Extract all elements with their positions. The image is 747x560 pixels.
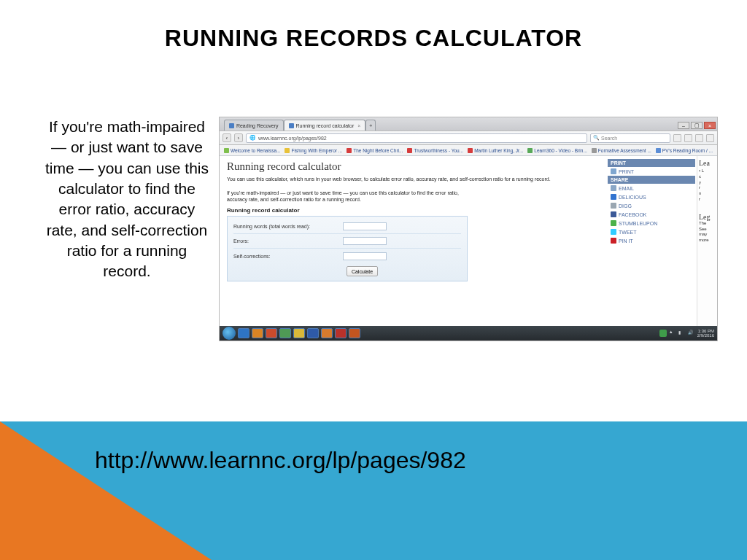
- share-icon: [611, 185, 616, 191]
- slide-title: RUNNING RECORDS CALCULATOR: [0, 0, 747, 52]
- print-label: PRINT: [619, 169, 634, 174]
- system-tray: ▲ ▮ 🔊 1:36 PM 2/9/2016: [659, 329, 714, 338]
- bookmark-favicon-icon: [347, 148, 352, 153]
- taskbar-explorer-icon[interactable]: [252, 328, 263, 338]
- calculator-heading: Running record calculator: [227, 207, 600, 214]
- share-digg-link[interactable]: DIGG: [608, 201, 695, 210]
- peek-heading: Lea: [699, 159, 716, 167]
- peek-line: The: [699, 221, 716, 227]
- bookmark-item[interactable]: PV's Reading Room / ...: [656, 148, 713, 153]
- page-heading: Running record calculator: [227, 160, 600, 173]
- share-label: FACEBOOK: [619, 212, 647, 217]
- taskbar-word-icon[interactable]: [307, 328, 319, 338]
- taskbar-powerpoint-icon[interactable]: [349, 328, 360, 338]
- bookmark-favicon-icon: [407, 148, 412, 153]
- errors-input[interactable]: [343, 237, 387, 245]
- page-paragraph: If you're math-impaired — or just want t…: [227, 190, 468, 203]
- print-link[interactable]: PRINT: [608, 167, 695, 176]
- clock-date: 2/9/2016: [697, 333, 714, 338]
- bookmarks-bar: Welcome to Renaissa...Fishing With Emper…: [220, 145, 717, 156]
- share-email-link[interactable]: EMAIL: [608, 184, 695, 192]
- bookmark-item[interactable]: Learn360 - Video - Brin...: [527, 148, 587, 153]
- peek-line: may: [699, 232, 716, 238]
- share-delicious-link[interactable]: DELICIOUS: [608, 192, 695, 201]
- back-button[interactable]: ‹: [222, 133, 231, 142]
- address-bar: ‹ › 🌐 www.learnnc.org/lp/pages/982 🔍 Sea…: [220, 131, 717, 145]
- self-corrections-input[interactable]: [343, 252, 387, 260]
- menu-icon[interactable]: [706, 134, 714, 142]
- page-intro: You can use this calculator, which runs …: [227, 176, 600, 182]
- taskbar-firefox-icon[interactable]: [321, 328, 333, 338]
- taskbar-chrome-icon[interactable]: [279, 328, 291, 338]
- new-tab-button[interactable]: +: [365, 120, 376, 131]
- bookmark-label: Fishing With Emperor ...: [291, 148, 342, 153]
- taskbar-app-icon[interactable]: [335, 328, 347, 338]
- peek-heading-2: Leg: [699, 213, 716, 221]
- bookmark-favicon-icon: [592, 148, 597, 153]
- tab-running-record[interactable]: Running record calculator ×: [284, 120, 366, 131]
- start-button[interactable]: [222, 327, 236, 340]
- peek-line: c: [699, 174, 716, 180]
- share-stumbleupon-link[interactable]: STUMBLEUPON: [608, 219, 695, 228]
- page-sidebar: PRINT PRINT SHARE EMAILDELICIOUSDIGGFACE…: [608, 156, 697, 326]
- share-label: PIN IT: [619, 238, 633, 244]
- tray-flag-icon[interactable]: ▲: [669, 330, 676, 337]
- slide-blurb: If you're math-impaired — or just want t…: [44, 117, 219, 341]
- bookmark-item[interactable]: Welcome to Renaissa...: [224, 148, 281, 153]
- tray-network-icon[interactable]: ▮: [678, 330, 686, 337]
- bookmark-favicon-icon: [656, 148, 661, 153]
- clock[interactable]: 1:36 PM 2/9/2016: [697, 329, 714, 338]
- home-icon[interactable]: [684, 134, 692, 142]
- page-content: Running record calculator You can use th…: [220, 156, 717, 326]
- bookmark-favicon-icon: [468, 148, 473, 153]
- tray-volume-icon[interactable]: 🔊: [688, 330, 695, 337]
- share-facebook-link[interactable]: FACEBOOK: [608, 210, 695, 219]
- url-text: www.learnnc.org/lp/pages/982: [258, 136, 327, 141]
- bookmark-item[interactable]: Martin Luther King, Jr...: [468, 148, 523, 153]
- downloads-icon[interactable]: [673, 134, 681, 142]
- bookmark-item[interactable]: Trustworthiness - You...: [407, 148, 463, 153]
- peek-line: r: [699, 185, 716, 191]
- search-placeholder: Search: [601, 136, 617, 141]
- share-label: DELICIOUS: [619, 195, 646, 200]
- taskbar-media-icon[interactable]: [266, 328, 277, 338]
- tab-label: Running record calculator: [296, 123, 355, 128]
- globe-icon: 🌐: [249, 135, 256, 141]
- taskbar-folder-icon[interactable]: [293, 328, 305, 338]
- peek-line: • L: [699, 168, 716, 174]
- calculate-button[interactable]: Calculate: [347, 266, 378, 276]
- favicon-icon: [289, 123, 294, 128]
- maximize-button[interactable]: ▢: [691, 122, 703, 129]
- search-input[interactable]: 🔍 Search: [590, 133, 670, 143]
- bookmark-item[interactable]: Formative Assessment ...: [592, 148, 651, 153]
- url-input[interactable]: 🌐 www.learnnc.org/lp/pages/982: [246, 133, 587, 143]
- tab-reading-recovery[interactable]: Reading Recovery: [224, 120, 284, 131]
- share-label: EMAIL: [619, 186, 634, 191]
- right-column-peek: Lea • Lcyrnr Leg TheSeemaymore: [697, 156, 717, 326]
- favicon-icon: [229, 123, 234, 128]
- tray-icon[interactable]: [659, 330, 667, 337]
- taskbar-ie-icon[interactable]: [238, 328, 249, 338]
- bookmark-item[interactable]: Fishing With Emperor ...: [285, 148, 342, 153]
- running-words-input[interactable]: [343, 222, 387, 230]
- bookmark-star-icon[interactable]: [695, 134, 703, 142]
- bookmark-label: Formative Assessment ...: [598, 148, 651, 153]
- share-tweet-link[interactable]: TWEET: [608, 228, 695, 236]
- share-icon: [611, 211, 616, 217]
- bookmark-favicon-icon: [527, 148, 533, 153]
- share-icon: [611, 220, 616, 226]
- share-label: TWEET: [619, 230, 637, 235]
- forward-button[interactable]: ›: [234, 133, 243, 142]
- bookmark-label: Martin Luther King, Jr...: [474, 148, 523, 153]
- errors-label: Errors:: [233, 238, 343, 244]
- close-tab-icon[interactable]: ×: [357, 123, 360, 128]
- share-pin it-link[interactable]: PIN IT: [608, 236, 695, 245]
- search-icon: 🔍: [593, 135, 600, 141]
- minimize-button[interactable]: –: [678, 122, 689, 129]
- close-window-button[interactable]: ×: [704, 122, 716, 129]
- bookmark-item[interactable]: The Night Before Chri...: [347, 148, 403, 153]
- bookmark-label: Welcome to Renaissa...: [231, 148, 281, 153]
- peek-line: y: [699, 180, 716, 186]
- peek-line: more: [699, 238, 716, 244]
- share-label: STUMBLEUPON: [619, 221, 657, 226]
